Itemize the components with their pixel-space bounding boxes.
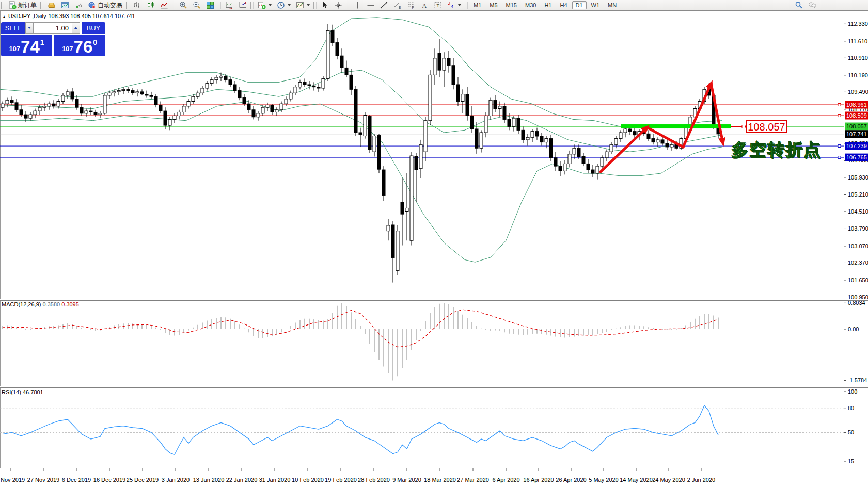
arrows-button[interactable] — [445, 0, 463, 10]
signal-icon — [74, 1, 83, 9]
crosshair-icon — [334, 1, 342, 9]
toolbar-grip — [218, 2, 221, 9]
hline-button[interactable] — [365, 0, 377, 10]
market-window-button[interactable] — [59, 0, 71, 10]
templates-icon — [296, 1, 304, 9]
volume-input[interactable] — [34, 22, 72, 34]
sell-price-big: 74 — [21, 39, 40, 55]
rsi-value: 46.7801 — [23, 389, 43, 395]
symbol-ohlc: 108.393 108.405 107.614 107.741 — [48, 13, 135, 19]
gold-button[interactable] — [45, 0, 58, 10]
zoom-out-button[interactable] — [191, 0, 203, 10]
line-chart-button[interactable] — [158, 0, 170, 10]
buy-price-big: 76 — [74, 39, 93, 55]
timeframe-m15-button[interactable]: M15 — [502, 1, 520, 9]
autotrade-button[interactable]: 自动交易 — [86, 0, 124, 10]
svg-text:50: 50 — [848, 429, 854, 435]
svg-text:108.057: 108.057 — [846, 123, 867, 129]
timeframe-w1-button[interactable]: W1 — [588, 1, 604, 9]
symbol-name: USDJPY-,Daily — [8, 13, 46, 19]
svg-text:109.490: 109.490 — [848, 89, 868, 95]
svg-text:108.509: 108.509 — [846, 112, 867, 119]
volume-increase-button[interactable] — [72, 22, 80, 34]
toolbar-grip — [250, 2, 254, 9]
text-button[interactable]: A — [418, 0, 431, 10]
dropdown-arrow-icon[interactable] — [288, 4, 291, 6]
vline-button[interactable] — [351, 0, 364, 10]
price-axis[interactable]: 112.330111.610110.910110.190109.490108.7… — [844, 11, 868, 485]
toolbar-button-label: 新订单 — [18, 1, 37, 10]
buy-price-prefix: 107 — [62, 45, 73, 53]
fibonacci-icon: F — [407, 1, 415, 9]
zoom-out-icon — [193, 1, 201, 9]
dropdown-arrow-icon[interactable] — [458, 4, 461, 6]
price-callout-text: 108.057 — [748, 121, 785, 133]
svg-text:5 May 2020: 5 May 2020 — [589, 477, 618, 483]
svg-text:112.330: 112.330 — [848, 21, 868, 27]
cursor-button[interactable] — [319, 0, 331, 10]
fibonacci-button[interactable]: F — [405, 0, 417, 10]
timeframe-h4-button[interactable]: H4 — [556, 1, 571, 9]
sell-price-pip: 1 — [40, 38, 44, 46]
tile-windows-button[interactable] — [204, 0, 216, 10]
sell-button[interactable]: SELL — [1, 22, 25, 34]
svg-text:102.370: 102.370 — [848, 259, 868, 266]
zoom-in-button[interactable] — [177, 0, 190, 10]
templates-button[interactable] — [294, 0, 312, 10]
svg-text:105.210: 105.210 — [848, 191, 868, 198]
svg-text:F: F — [412, 6, 414, 9]
gold-icon — [48, 1, 56, 9]
dropdown-arrow-icon[interactable] — [307, 4, 310, 6]
rsi-name: RSI(14) — [2, 389, 21, 395]
rsi-indicator-label: RSI(14) 46.7801 — [2, 389, 43, 395]
svg-text:E: E — [399, 6, 401, 9]
volume-decrease-button[interactable] — [25, 22, 34, 34]
chart-area[interactable]: 108.057多空转折点多空转折点112.330111.610110.91011… — [0, 0, 868, 488]
symbol-collapse-icon[interactable]: ▲ — [2, 14, 6, 19]
svg-text:26 Apr 2020: 26 Apr 2020 — [556, 477, 586, 483]
buy-button[interactable]: BUY — [82, 22, 105, 34]
timeframe-m5-button[interactable]: M5 — [486, 1, 501, 9]
label-button[interactable]: T — [432, 0, 444, 10]
triangle-down-icon — [28, 27, 31, 29]
macd-signal-value: 0.3095 — [61, 301, 79, 307]
svg-text:16 Apr 2020: 16 Apr 2020 — [523, 477, 554, 483]
svg-text:19 Feb 2020: 19 Feb 2020 — [325, 477, 357, 483]
dropdown-arrow-icon[interactable] — [269, 4, 272, 6]
indicators-button[interactable] — [256, 0, 274, 10]
macd-indicator-label: MACD(12,26,9) 0.3580 0.3095 — [2, 301, 79, 307]
chat-icon — [808, 1, 816, 9]
trendline-button[interactable] — [378, 0, 390, 10]
crosshair-button[interactable] — [332, 0, 344, 10]
svg-text:80: 80 — [848, 405, 854, 411]
sell-price-button[interactable]: 107741 — [1, 35, 52, 56]
signal-button[interactable] — [72, 0, 85, 10]
svg-text:25 Dec 2019: 25 Dec 2019 — [127, 477, 159, 483]
bar-chart-button[interactable] — [131, 0, 144, 10]
svg-text:107.741: 107.741 — [846, 131, 867, 137]
time-axis[interactable]: 8 Nov 201927 Nov 20196 Dec 201916 Dec 20… — [0, 468, 844, 483]
chat-button[interactable] — [806, 0, 818, 10]
buy-price-button[interactable]: 107760 — [54, 35, 105, 56]
channel-button[interactable]: E — [391, 0, 404, 10]
channel-icon: E — [393, 1, 402, 9]
svg-text:31 Jan 2020: 31 Jan 2020 — [259, 477, 291, 483]
timeframe-mn-button[interactable]: MN — [604, 1, 620, 9]
timeframe-m1-button[interactable]: M1 — [470, 1, 485, 9]
chart-shift-button[interactable] — [236, 0, 249, 10]
text-icon: A — [420, 1, 429, 9]
macd-main-value: 0.3580 — [42, 301, 60, 307]
svg-text:15: 15 — [848, 458, 854, 464]
new-order-button[interactable]: 新订单 — [6, 0, 39, 10]
auto-scroll-button[interactable] — [223, 0, 235, 10]
svg-text:110.190: 110.190 — [848, 72, 868, 78]
svg-text:100: 100 — [848, 388, 857, 395]
search-button[interactable] — [793, 0, 805, 10]
candlestick-button[interactable] — [145, 0, 157, 10]
timeframe-d1-button[interactable]: D1 — [572, 1, 587, 9]
candlestick-icon — [147, 1, 155, 9]
timeframe-m30-button[interactable]: M30 — [522, 1, 540, 9]
periods-button[interactable] — [275, 0, 293, 10]
svg-text:14 May 2020: 14 May 2020 — [620, 477, 653, 483]
timeframe-h1-button[interactable]: H1 — [541, 1, 555, 9]
